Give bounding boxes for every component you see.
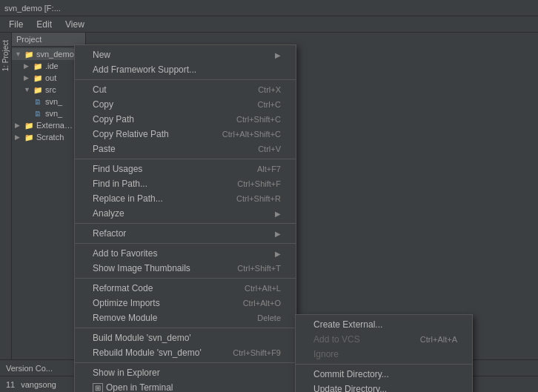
ctx-find-usages[interactable]: Find Usages Alt+F7 xyxy=(75,162,296,176)
ctx-label: Add to VCS xyxy=(313,334,360,345)
ctx-add-to-vcs: Add to VCS Ctrl+Alt+A xyxy=(296,332,472,347)
ctx-cut[interactable]: Cut Ctrl+X xyxy=(75,82,296,97)
line-number: 11 xyxy=(6,380,15,389)
folder-icon: 📁 xyxy=(33,73,43,83)
folder-icon: 📁 xyxy=(33,84,43,95)
menu-view[interactable]: View xyxy=(59,18,90,31)
ctx-label: Commit Directory... xyxy=(313,369,389,379)
tree-label: Externa… xyxy=(36,121,73,130)
tree-label: svn_demo xyxy=(36,50,74,59)
project-tab[interactable]: 1: Project xyxy=(0,36,11,76)
ctx-label: Refactor xyxy=(93,228,126,239)
sidebar: 1: Project xyxy=(0,33,12,392)
separator xyxy=(296,364,472,365)
separator xyxy=(75,328,296,328)
ctx-label: Rebuild Module 'svn_demo' xyxy=(93,348,202,358)
version-control-text: Version Co... xyxy=(6,364,53,373)
ctx-rebuild-module[interactable]: Rebuild Module 'svn_demo' Ctrl+Shift+F9 xyxy=(75,345,296,360)
ctx-label: Build Module 'svn_demo' xyxy=(93,333,191,343)
folder-icon: 📁 xyxy=(24,49,34,59)
ctx-label: Find in Path... xyxy=(93,179,147,189)
separator xyxy=(75,278,296,279)
tree-arrow: ▶ xyxy=(15,133,22,141)
ctx-optimize-imports[interactable]: Optimize Imports Ctrl+Alt+O xyxy=(75,296,296,310)
menu-edit[interactable]: Edit xyxy=(30,18,58,31)
folder-icon: 📁 xyxy=(33,61,43,71)
menu-file[interactable]: File xyxy=(3,18,29,31)
ctx-label: Copy Path xyxy=(93,114,134,124)
shortcut: Ctrl+X xyxy=(243,85,281,94)
file-icon: 🗎 xyxy=(33,96,43,107)
tree-arrow: ▶ xyxy=(24,74,31,82)
ctx-find-in-path[interactable]: Find in Path... Ctrl+Shift+F xyxy=(75,176,296,191)
ctx-show-image[interactable]: Show Image Thumbnails Ctrl+Shift+T xyxy=(75,261,296,276)
title-bar: svn_demo [F:... xyxy=(0,0,538,16)
shortcut: Delete xyxy=(242,313,281,322)
shortcut: Ctrl+Shift+T xyxy=(222,264,281,273)
shortcut: Ctrl+Shift+C xyxy=(222,115,281,124)
ctx-label: Ignore xyxy=(313,349,339,359)
submenu-arrow: ▶ xyxy=(275,230,281,238)
shortcut: Ctrl+Shift+R xyxy=(222,194,281,203)
ctx-paste[interactable]: Paste Ctrl+V xyxy=(75,142,296,156)
tree-arrow: ▼ xyxy=(15,50,22,58)
tree-label: .ide xyxy=(45,62,59,70)
submenu-arrow: ▶ xyxy=(275,51,281,59)
folder-icon: 📁 xyxy=(24,132,34,142)
ctx-open-terminal[interactable]: ⊞ Open in Terminal xyxy=(75,380,296,392)
ctx-refactor[interactable]: Refactor ▶ xyxy=(75,226,296,241)
ctx-label: Optimize Imports xyxy=(93,298,160,308)
ctx-commit-directory[interactable]: Commit Directory... xyxy=(296,367,472,382)
ctx-label: Create External... xyxy=(313,319,382,330)
ctx-copy-relative-path[interactable]: Copy Relative Path Ctrl+Alt+Shift+C xyxy=(75,127,296,142)
ctx-label: Remove Module xyxy=(93,313,157,323)
ctx-label: Analyze xyxy=(93,208,124,219)
separator xyxy=(75,223,296,224)
ctx-label: Paste xyxy=(93,144,116,154)
ctx-replace-in-path[interactable]: Replace in Path... Ctrl+Shift+R xyxy=(75,191,296,206)
ctx-label: Cut xyxy=(93,84,107,95)
tree-label: svn_ xyxy=(45,109,62,118)
ctx-label: Add to Favorites xyxy=(93,248,157,259)
submenu-arrow: ▶ xyxy=(275,210,281,218)
menu-bar: File Edit View xyxy=(0,16,538,33)
ctx-label: Replace in Path... xyxy=(93,193,163,204)
ctx-label: Copy Relative Path xyxy=(93,129,169,139)
tree-label: src xyxy=(45,85,56,94)
ctx-copy-path[interactable]: Copy Path Ctrl+Shift+C xyxy=(75,112,296,127)
ctx-create-external[interactable]: Create External... xyxy=(296,317,472,332)
ctx-reformat[interactable]: Reformat Code Ctrl+Alt+L xyxy=(75,281,296,296)
title-text: svn_demo [F:... xyxy=(4,4,61,13)
ctx-ignore: Ignore xyxy=(296,347,472,362)
user-text: vangsong xyxy=(21,380,56,389)
tree-arrow: ▶ xyxy=(24,62,31,70)
ctx-remove-module[interactable]: Remove Module Delete xyxy=(75,310,296,325)
ctx-label: Copy xyxy=(93,99,113,110)
ctx-label: Show Image Thumbnails xyxy=(93,263,190,273)
separator xyxy=(75,79,296,80)
shortcut: Ctrl+Alt+Shift+C xyxy=(207,130,281,139)
tree-label: Scratch xyxy=(36,133,64,142)
ctx-update-directory[interactable]: Update Directory... xyxy=(296,382,472,392)
shortcut: Ctrl+Shift+F xyxy=(222,179,281,188)
ctx-label: Update Directory... xyxy=(313,384,387,392)
shortcut: Ctrl+V xyxy=(243,144,281,153)
ctx-add-framework[interactable]: Add Framework Support... xyxy=(75,62,296,77)
ctx-copy[interactable]: Copy Ctrl+C xyxy=(75,97,296,112)
ctx-build-module[interactable]: Build Module 'svn_demo' xyxy=(75,330,296,345)
ctx-label: Show in Explorer xyxy=(93,368,160,378)
ctx-add-favorites[interactable]: Add to Favorites ▶ xyxy=(75,246,296,261)
ctx-new[interactable]: New ▶ xyxy=(75,47,296,62)
ctx-show-explorer[interactable]: Show in Explorer xyxy=(75,365,296,380)
ctx-label: Reformat Code xyxy=(93,283,153,293)
ctx-label: Add Framework Support... xyxy=(93,64,196,75)
context-menu-subversion: Create External... Add to VCS Ctrl+Alt+A… xyxy=(295,314,473,392)
tree-label: out xyxy=(45,73,56,82)
shortcut: Ctrl+Alt+O xyxy=(228,299,281,308)
tree-label: svn_ xyxy=(45,97,62,106)
shortcut: Ctrl+Shift+F9 xyxy=(218,348,281,357)
shortcut: Ctrl+Alt+L xyxy=(230,284,281,293)
ctx-analyze[interactable]: Analyze ▶ xyxy=(75,206,296,221)
tree-arrow: ▼ xyxy=(24,86,31,93)
folder-icon: 📁 xyxy=(24,120,34,130)
